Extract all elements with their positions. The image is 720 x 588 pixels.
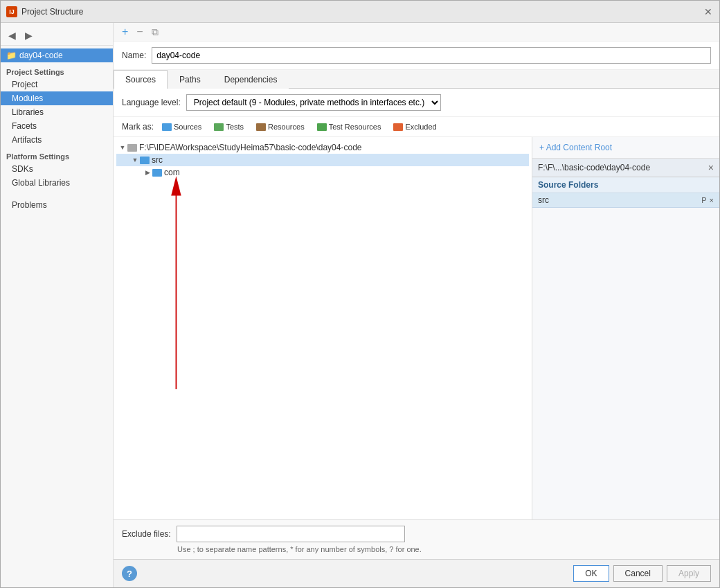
module-folder-icon: 📁 (6, 51, 17, 60)
info-path-label: F:\F\...\basic-code\day04-code (538, 163, 650, 172)
sidebar: ◀ ▶ 📁 day04-code Project Settings Projec… (1, 23, 114, 587)
com-folder-icon (152, 169, 162, 177)
module-toolbar: + − ⧉ (114, 23, 719, 42)
sidebar-item-project[interactable]: Project (1, 78, 113, 91)
modules-label: Modules (12, 93, 43, 103)
back-button[interactable]: ◀ (5, 28, 19, 42)
apply-button[interactable]: Apply (667, 565, 711, 582)
cancel-button[interactable]: Cancel (613, 565, 663, 582)
mark-as-label: Mark as: (122, 122, 154, 132)
tabs-bar: Sources Paths Dependencies (114, 70, 719, 89)
add-content-root-button[interactable]: + Add Content Root (532, 137, 719, 159)
footer-left: ? (122, 566, 137, 581)
source-folders-section: Source Folders (532, 177, 719, 193)
forward-button[interactable]: ▶ (21, 28, 35, 42)
project-settings-header: Project Settings (1, 62, 113, 78)
src-folder-icon (140, 157, 150, 164)
root-path-label: F:\F\IDEAWorkspace\StudyHeima57\basic-co… (139, 143, 361, 152)
add-module-button[interactable]: + (119, 26, 131, 38)
name-row: Name: (114, 42, 719, 70)
sdks-label: SDKs (12, 164, 33, 174)
source-folder-action-p[interactable]: P (701, 196, 706, 204)
mark-resources-button[interactable]: Resources (252, 121, 309, 132)
sidebar-item-artifacts[interactable]: Artifacts (1, 133, 113, 147)
root-folder-icon (127, 144, 137, 152)
exclude-input[interactable] (177, 526, 405, 542)
mark-tests-button[interactable]: Tests (210, 121, 248, 132)
project-label: Project (12, 80, 37, 89)
resources-folder-icon (256, 123, 266, 131)
main-content: ◀ ▶ 📁 day04-code Project Settings Projec… (1, 23, 719, 587)
tab-paths[interactable]: Paths (168, 70, 213, 89)
project-structure-window: IJ Project Structure ✕ ◀ ▶ 📁 day04-code … (0, 0, 720, 588)
bottom-area: Exclude files: Use ; to separate name pa… (114, 519, 719, 559)
help-button[interactable]: ? (122, 566, 137, 581)
dialog-footer: ? OK Cancel Apply (114, 559, 719, 587)
module-item[interactable]: 📁 day04-code (1, 48, 113, 62)
sidebar-item-global-libraries[interactable]: Global Libraries (1, 176, 113, 190)
exclude-label: Exclude files: (122, 529, 171, 539)
lang-level-label: Language level: (122, 98, 181, 107)
sidebar-item-modules[interactable]: Modules (1, 91, 113, 105)
nav-toolbar: ◀ ▶ (1, 26, 113, 46)
src-label: src (152, 155, 163, 165)
remove-module-button[interactable]: − (134, 26, 145, 38)
test-resources-folder-icon (317, 123, 327, 131)
tab-dependencies[interactable]: Dependencies (213, 70, 289, 89)
info-header: F:\F\...\basic-code\day04-code × (532, 159, 719, 177)
exclude-row: Exclude files: (122, 526, 711, 542)
copy-module-button[interactable]: ⧉ (149, 26, 161, 38)
source-folders-title: Source Folders (538, 180, 714, 190)
global-libraries-label: Global Libraries (12, 178, 70, 188)
sidebar-item-sdks[interactable]: SDKs (1, 162, 113, 176)
footer-right: OK Cancel Apply (573, 565, 711, 582)
hint-text: Use ; to separate name patterns, * for a… (122, 545, 711, 553)
tests-folder-icon (214, 123, 224, 131)
tree-panel: ▼ F:\F\IDEAWorkspace\StudyHeima57\basic-… (114, 137, 532, 519)
tree-com-node[interactable]: ▶ com (116, 166, 529, 179)
tree-src-node[interactable]: ▼ src (116, 154, 529, 166)
tree-root-node[interactable]: ▼ F:\F\IDEAWorkspace\StudyHeima57\basic-… (116, 141, 529, 154)
source-folder-name: src (538, 195, 549, 205)
sidebar-item-problems[interactable]: Problems (1, 198, 113, 212)
tab-sources[interactable]: Sources (114, 70, 168, 89)
sidebar-item-libraries[interactable]: Libraries (1, 105, 113, 119)
excluded-folder-icon (393, 123, 403, 131)
facets-label: Facets (12, 121, 37, 131)
mark-excluded-button[interactable]: Excluded (389, 121, 440, 132)
src-expand-arrow[interactable]: ▼ (130, 155, 140, 165)
info-panel: + Add Content Root F:\F\...\basic-code\d… (532, 137, 719, 519)
source-folder-actions: P × (701, 196, 714, 204)
problems-label: Problems (12, 200, 47, 210)
lang-level-row: Language level: Project default (9 - Mod… (114, 89, 719, 117)
libraries-label: Libraries (12, 107, 44, 117)
mark-test-resources-button[interactable]: Test Resources (313, 121, 386, 132)
source-folder-action-x[interactable]: × (710, 196, 714, 204)
mark-sources-button[interactable]: Sources (158, 121, 206, 132)
source-folder-item: src P × (532, 193, 719, 208)
right-panel: + − ⧉ Name: Sources Paths Dependencies L… (114, 23, 719, 587)
platform-settings-header: Platform Settings (1, 147, 113, 162)
ok-button[interactable]: OK (573, 565, 609, 582)
name-label: Name: (122, 51, 146, 60)
root-expand-arrow[interactable]: ▼ (118, 143, 127, 152)
sources-folder-icon (162, 123, 172, 131)
title-bar-left: IJ Project Structure (6, 6, 83, 17)
sidebar-item-facets[interactable]: Facets (1, 119, 113, 133)
app-icon: IJ (6, 6, 17, 17)
info-close-button[interactable]: × (708, 162, 714, 173)
title-bar: IJ Project Structure ✕ (1, 1, 719, 23)
com-label: com (164, 168, 180, 177)
com-expand-arrow[interactable]: ▶ (143, 168, 152, 177)
close-window-button[interactable]: ✕ (703, 6, 714, 17)
module-item-label: day04-code (19, 51, 63, 60)
tree-info-wrapper: ▼ F:\F\IDEAWorkspace\StudyHeima57\basic-… (114, 137, 719, 519)
name-input[interactable] (152, 47, 711, 64)
lang-level-select[interactable]: Project default (9 - Modules, private me… (186, 94, 441, 111)
mark-as-row: Mark as: Sources Tests Resources Test Re… (114, 117, 719, 137)
artifacts-label: Artifacts (12, 135, 42, 145)
window-title: Project Structure (21, 7, 83, 17)
